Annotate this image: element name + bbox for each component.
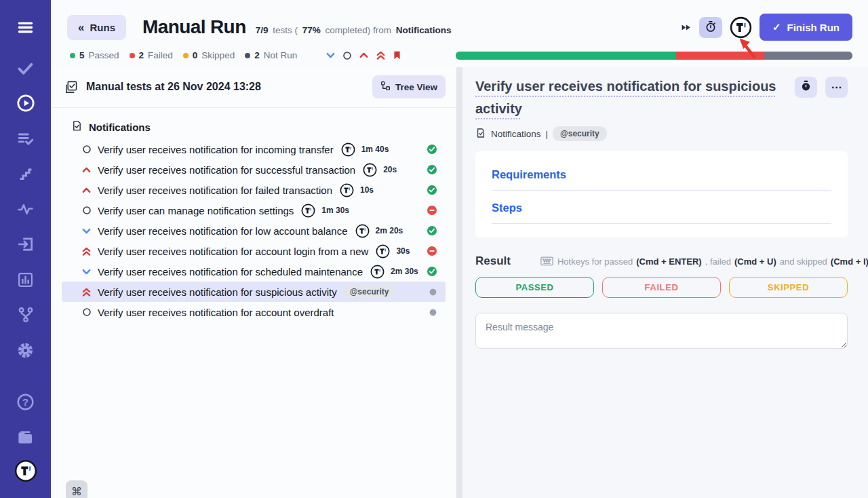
command-icon: ⌘ xyxy=(71,485,82,498)
section-link-requirements[interactable]: Requirements xyxy=(492,168,831,191)
status-failed-icon[interactable] xyxy=(427,246,437,256)
priority-critical-icon xyxy=(81,246,92,256)
hotkey-text: and skipped xyxy=(780,256,827,267)
timer-button[interactable] xyxy=(699,17,722,38)
test-tag-badge: @security xyxy=(343,285,396,299)
status-passed-icon[interactable] xyxy=(427,144,437,155)
test-duration: 10s xyxy=(360,185,374,195)
status-passed-icon[interactable] xyxy=(427,164,437,175)
folder-icon xyxy=(16,428,35,446)
sidebar-item-logo[interactable] xyxy=(12,459,39,486)
sidebar-item-branch[interactable] xyxy=(12,301,39,328)
progress-segment-passed xyxy=(456,52,676,60)
sidebar-item-bar-chart[interactable] xyxy=(12,266,39,293)
suite-folder-row[interactable]: Notifications xyxy=(62,117,456,139)
priority-low-icon xyxy=(81,226,92,236)
panel-splitter[interactable] xyxy=(456,67,462,498)
suite-folder-label: Notifications xyxy=(89,121,151,133)
status-failed-icon[interactable] xyxy=(427,205,437,216)
sidebar-item-gear[interactable] xyxy=(12,337,39,364)
status-passed-icon[interactable] xyxy=(427,266,437,277)
sidebar-item-play-circle[interactable] xyxy=(12,90,39,117)
priority-filters xyxy=(326,50,401,60)
tree-view-icon xyxy=(380,81,391,93)
status-passed-icon[interactable] xyxy=(427,185,437,195)
sidebar-item-stairs[interactable] xyxy=(12,160,39,187)
test-row[interactable]: Verify user can manage notification sett… xyxy=(62,200,446,221)
hotkey-text: Hotkeys for passed xyxy=(557,256,633,267)
status-not-run-icon[interactable] xyxy=(429,308,437,317)
sidebar-item-menu[interactable] xyxy=(12,14,39,41)
test-duration: 1m 40s xyxy=(361,145,389,154)
result-failed-button[interactable]: FAILED xyxy=(602,277,721,298)
page-title: Manual Run xyxy=(142,16,246,38)
detail-more-button[interactable]: ⋯ xyxy=(825,77,848,98)
tests-fraction: 7/9 xyxy=(256,25,269,35)
fast-forward-icon[interactable] xyxy=(680,22,692,33)
breadcrumb-folder[interactable]: Notifications xyxy=(491,129,541,139)
hotkeys-hint: Hotkeys for passed(Cmd + ENTER), failed(… xyxy=(540,256,868,267)
test-list: Notifications Verify user receives notif… xyxy=(51,108,456,322)
priority-normal-icon xyxy=(81,145,92,154)
test-duration: 30s xyxy=(396,246,410,256)
status-not-run-icon[interactable] xyxy=(429,288,437,296)
bar-chart-icon xyxy=(17,271,34,288)
test-detail-panel: Verify user receives notification for su… xyxy=(462,67,868,498)
test-logo-icon xyxy=(340,183,354,197)
sidebar-item-check[interactable] xyxy=(12,54,39,81)
priority-low-icon xyxy=(81,267,92,277)
test-row[interactable]: Verify user receives notification for in… xyxy=(62,139,446,159)
run-title: Manual tests at 26 Nov 2024 13:28 xyxy=(86,81,261,93)
test-row[interactable]: Verify user receives notification for fa… xyxy=(62,180,446,200)
test-row[interactable]: Verify user receives notification for su… xyxy=(62,159,446,180)
result-passed-button[interactable]: PASSED xyxy=(475,277,594,298)
back-to-runs-button[interactable]: « Runs xyxy=(67,15,126,40)
sidebar-item-help[interactable]: ? xyxy=(12,388,39,415)
sidebar-item-pulse[interactable] xyxy=(12,195,39,223)
test-logo-icon xyxy=(341,142,355,157)
filter-circle-outline-icon[interactable] xyxy=(342,51,352,60)
sidebar-item-folder[interactable] xyxy=(12,423,39,451)
test-rows: Verify user receives notification for in… xyxy=(62,139,456,322)
test-title: Verify user receives notification for su… xyxy=(98,286,337,298)
test-row[interactable]: Verify user receives notification for lo… xyxy=(62,221,446,241)
tree-view-button[interactable]: Tree View xyxy=(372,75,446,98)
branch-icon xyxy=(17,306,35,324)
detail-timer-button[interactable] xyxy=(795,77,817,98)
filter-chevron-down-blue-icon[interactable] xyxy=(326,50,336,60)
tree-view-label: Tree View xyxy=(395,82,437,92)
result-message-input[interactable] xyxy=(475,313,848,349)
test-list-panel: Manual tests at 26 Nov 2024 13:28 Tree V… xyxy=(51,67,456,498)
sidebar-item-list-check[interactable] xyxy=(12,125,39,152)
stopwatch-icon xyxy=(705,20,717,35)
test-row[interactable]: Verify user receives notification for sc… xyxy=(62,261,446,282)
test-duration: 1m 30s xyxy=(321,206,349,215)
command-shortcut-button[interactable]: ⌘ xyxy=(66,480,87,498)
result-skipped-button[interactable]: SKIPPED xyxy=(729,277,848,298)
test-row[interactable]: Verify user receives notification for ac… xyxy=(62,241,446,261)
test-content-card: RequirementsSteps xyxy=(475,151,848,237)
security-tag-badge[interactable]: @security xyxy=(553,126,607,141)
check-icon xyxy=(16,59,35,77)
finish-run-button[interactable]: ✓ Finish Run xyxy=(760,14,852,41)
stopwatch-filled-icon xyxy=(800,80,812,94)
breadcrumb-separator: | xyxy=(546,129,549,139)
test-row[interactable]: Verify user receives notification for ac… xyxy=(62,302,446,322)
status-passed-icon[interactable] xyxy=(427,225,437,236)
user-logo-icon[interactable] xyxy=(730,16,752,39)
help-icon: ? xyxy=(16,393,35,411)
filter-chevron-up-red-icon[interactable] xyxy=(359,50,369,60)
pulse-icon xyxy=(17,201,34,218)
result-heading: Result xyxy=(475,254,511,268)
status-row: 5Passed2Failed0Skipped2Not Run xyxy=(51,45,868,67)
filter-bookmark-red-icon[interactable] xyxy=(393,50,401,60)
section-link-steps[interactable]: Steps xyxy=(492,202,831,224)
gear-icon xyxy=(16,341,35,360)
status-dot xyxy=(245,53,250,58)
detail-test-title[interactable]: Verify user receives notification for su… xyxy=(475,75,793,120)
test-row[interactable]: Verify user receives notification for su… xyxy=(62,282,446,302)
sidebar-item-import[interactable] xyxy=(12,231,39,258)
filter-chevrons-up-red-icon[interactable] xyxy=(376,50,386,60)
hotkeys-text: Hotkeys for passed(Cmd + ENTER), failed(… xyxy=(557,256,868,267)
checklist-icon xyxy=(64,80,78,94)
